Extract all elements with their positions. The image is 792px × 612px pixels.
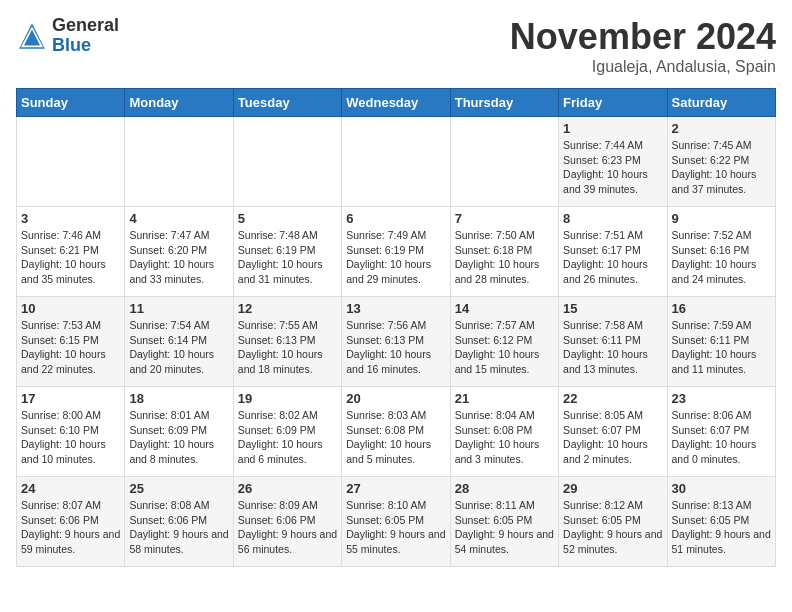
- title-section: November 2024 Igualeja, Andalusia, Spain: [510, 16, 776, 76]
- calendar-cell: 4Sunrise: 7:47 AMSunset: 6:20 PMDaylight…: [125, 207, 233, 297]
- day-info: Sunrise: 8:01 AMSunset: 6:09 PMDaylight:…: [129, 408, 228, 467]
- day-info: Sunrise: 7:58 AMSunset: 6:11 PMDaylight:…: [563, 318, 662, 377]
- day-number: 8: [563, 211, 662, 226]
- day-info: Sunrise: 7:52 AMSunset: 6:16 PMDaylight:…: [672, 228, 771, 287]
- day-info: Sunrise: 7:54 AMSunset: 6:14 PMDaylight:…: [129, 318, 228, 377]
- day-info: Sunrise: 7:46 AMSunset: 6:21 PMDaylight:…: [21, 228, 120, 287]
- day-number: 25: [129, 481, 228, 496]
- day-number: 27: [346, 481, 445, 496]
- logo-general-text: General: [52, 16, 119, 36]
- calendar-table: SundayMondayTuesdayWednesdayThursdayFrid…: [16, 88, 776, 567]
- day-number: 22: [563, 391, 662, 406]
- day-number: 26: [238, 481, 337, 496]
- calendar-week-5: 24Sunrise: 8:07 AMSunset: 6:06 PMDayligh…: [17, 477, 776, 567]
- day-info: Sunrise: 7:48 AMSunset: 6:19 PMDaylight:…: [238, 228, 337, 287]
- calendar-cell: 1Sunrise: 7:44 AMSunset: 6:23 PMDaylight…: [559, 117, 667, 207]
- day-number: 17: [21, 391, 120, 406]
- day-info: Sunrise: 7:56 AMSunset: 6:13 PMDaylight:…: [346, 318, 445, 377]
- day-number: 1: [563, 121, 662, 136]
- calendar-header-wednesday: Wednesday: [342, 89, 450, 117]
- calendar-week-1: 1Sunrise: 7:44 AMSunset: 6:23 PMDaylight…: [17, 117, 776, 207]
- calendar-cell: 15Sunrise: 7:58 AMSunset: 6:11 PMDayligh…: [559, 297, 667, 387]
- day-number: 24: [21, 481, 120, 496]
- day-info: Sunrise: 7:51 AMSunset: 6:17 PMDaylight:…: [563, 228, 662, 287]
- calendar-cell: 26Sunrise: 8:09 AMSunset: 6:06 PMDayligh…: [233, 477, 341, 567]
- calendar-cell: 10Sunrise: 7:53 AMSunset: 6:15 PMDayligh…: [17, 297, 125, 387]
- day-info: Sunrise: 8:03 AMSunset: 6:08 PMDaylight:…: [346, 408, 445, 467]
- day-number: 21: [455, 391, 554, 406]
- calendar-cell: 16Sunrise: 7:59 AMSunset: 6:11 PMDayligh…: [667, 297, 775, 387]
- day-number: 9: [672, 211, 771, 226]
- calendar-header-row: SundayMondayTuesdayWednesdayThursdayFrid…: [17, 89, 776, 117]
- day-info: Sunrise: 8:06 AMSunset: 6:07 PMDaylight:…: [672, 408, 771, 467]
- day-info: Sunrise: 7:59 AMSunset: 6:11 PMDaylight:…: [672, 318, 771, 377]
- day-number: 28: [455, 481, 554, 496]
- day-number: 14: [455, 301, 554, 316]
- day-info: Sunrise: 7:47 AMSunset: 6:20 PMDaylight:…: [129, 228, 228, 287]
- day-info: Sunrise: 8:00 AMSunset: 6:10 PMDaylight:…: [21, 408, 120, 467]
- day-number: 2: [672, 121, 771, 136]
- day-info: Sunrise: 7:57 AMSunset: 6:12 PMDaylight:…: [455, 318, 554, 377]
- day-number: 16: [672, 301, 771, 316]
- day-info: Sunrise: 7:50 AMSunset: 6:18 PMDaylight:…: [455, 228, 554, 287]
- calendar-cell: 8Sunrise: 7:51 AMSunset: 6:17 PMDaylight…: [559, 207, 667, 297]
- calendar-cell: 18Sunrise: 8:01 AMSunset: 6:09 PMDayligh…: [125, 387, 233, 477]
- calendar-header-monday: Monday: [125, 89, 233, 117]
- day-info: Sunrise: 8:08 AMSunset: 6:06 PMDaylight:…: [129, 498, 228, 557]
- calendar-cell: [125, 117, 233, 207]
- day-number: 29: [563, 481, 662, 496]
- calendar-cell: 21Sunrise: 8:04 AMSunset: 6:08 PMDayligh…: [450, 387, 558, 477]
- day-number: 6: [346, 211, 445, 226]
- calendar-header-thursday: Thursday: [450, 89, 558, 117]
- calendar-cell: [233, 117, 341, 207]
- calendar-cell: [17, 117, 125, 207]
- day-info: Sunrise: 8:07 AMSunset: 6:06 PMDaylight:…: [21, 498, 120, 557]
- day-info: Sunrise: 8:13 AMSunset: 6:05 PMDaylight:…: [672, 498, 771, 557]
- calendar-cell: [450, 117, 558, 207]
- month-year: November 2024: [510, 16, 776, 58]
- day-number: 4: [129, 211, 228, 226]
- calendar-week-2: 3Sunrise: 7:46 AMSunset: 6:21 PMDaylight…: [17, 207, 776, 297]
- day-number: 13: [346, 301, 445, 316]
- calendar-cell: 27Sunrise: 8:10 AMSunset: 6:05 PMDayligh…: [342, 477, 450, 567]
- calendar-week-4: 17Sunrise: 8:00 AMSunset: 6:10 PMDayligh…: [17, 387, 776, 477]
- logo: General Blue: [16, 16, 119, 56]
- day-info: Sunrise: 7:55 AMSunset: 6:13 PMDaylight:…: [238, 318, 337, 377]
- day-number: 7: [455, 211, 554, 226]
- day-info: Sunrise: 8:05 AMSunset: 6:07 PMDaylight:…: [563, 408, 662, 467]
- calendar-cell: 14Sunrise: 7:57 AMSunset: 6:12 PMDayligh…: [450, 297, 558, 387]
- calendar-cell: 25Sunrise: 8:08 AMSunset: 6:06 PMDayligh…: [125, 477, 233, 567]
- calendar-cell: 17Sunrise: 8:00 AMSunset: 6:10 PMDayligh…: [17, 387, 125, 477]
- calendar-cell: 9Sunrise: 7:52 AMSunset: 6:16 PMDaylight…: [667, 207, 775, 297]
- calendar-cell: 13Sunrise: 7:56 AMSunset: 6:13 PMDayligh…: [342, 297, 450, 387]
- day-number: 10: [21, 301, 120, 316]
- calendar-header-saturday: Saturday: [667, 89, 775, 117]
- calendar-header-sunday: Sunday: [17, 89, 125, 117]
- calendar-cell: 30Sunrise: 8:13 AMSunset: 6:05 PMDayligh…: [667, 477, 775, 567]
- day-info: Sunrise: 7:44 AMSunset: 6:23 PMDaylight:…: [563, 138, 662, 197]
- day-info: Sunrise: 8:10 AMSunset: 6:05 PMDaylight:…: [346, 498, 445, 557]
- day-number: 12: [238, 301, 337, 316]
- day-info: Sunrise: 7:53 AMSunset: 6:15 PMDaylight:…: [21, 318, 120, 377]
- calendar-cell: 28Sunrise: 8:11 AMSunset: 6:05 PMDayligh…: [450, 477, 558, 567]
- day-info: Sunrise: 8:02 AMSunset: 6:09 PMDaylight:…: [238, 408, 337, 467]
- day-info: Sunrise: 8:12 AMSunset: 6:05 PMDaylight:…: [563, 498, 662, 557]
- calendar-header-friday: Friday: [559, 89, 667, 117]
- logo-blue-text: Blue: [52, 36, 119, 56]
- page-header: General Blue November 2024 Igualeja, And…: [16, 16, 776, 76]
- day-number: 11: [129, 301, 228, 316]
- day-info: Sunrise: 8:09 AMSunset: 6:06 PMDaylight:…: [238, 498, 337, 557]
- calendar-cell: 24Sunrise: 8:07 AMSunset: 6:06 PMDayligh…: [17, 477, 125, 567]
- day-info: Sunrise: 7:49 AMSunset: 6:19 PMDaylight:…: [346, 228, 445, 287]
- day-number: 19: [238, 391, 337, 406]
- calendar-cell: 7Sunrise: 7:50 AMSunset: 6:18 PMDaylight…: [450, 207, 558, 297]
- calendar-week-3: 10Sunrise: 7:53 AMSunset: 6:15 PMDayligh…: [17, 297, 776, 387]
- calendar-cell: [342, 117, 450, 207]
- day-number: 23: [672, 391, 771, 406]
- calendar-cell: 29Sunrise: 8:12 AMSunset: 6:05 PMDayligh…: [559, 477, 667, 567]
- location: Igualeja, Andalusia, Spain: [510, 58, 776, 76]
- calendar-cell: 2Sunrise: 7:45 AMSunset: 6:22 PMDaylight…: [667, 117, 775, 207]
- day-info: Sunrise: 8:11 AMSunset: 6:05 PMDaylight:…: [455, 498, 554, 557]
- calendar-cell: 6Sunrise: 7:49 AMSunset: 6:19 PMDaylight…: [342, 207, 450, 297]
- calendar-cell: 5Sunrise: 7:48 AMSunset: 6:19 PMDaylight…: [233, 207, 341, 297]
